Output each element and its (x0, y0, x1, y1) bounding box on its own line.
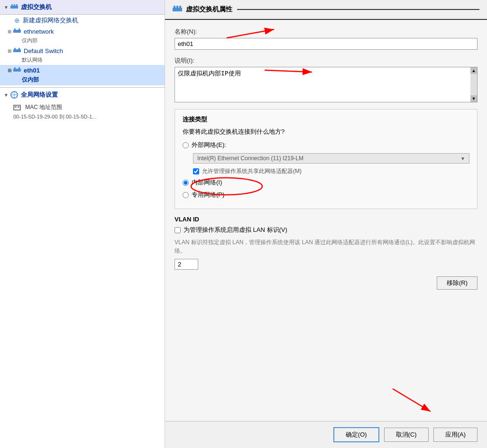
desc-field-group: 说明(I): ▲ ▼ (175, 56, 478, 102)
internal-network-option: 内部网络(I) (183, 178, 469, 187)
vlan-checkbox-row: 为管理操作系统启用虚拟 LAN 标识(V) (175, 226, 478, 234)
name-field-group: 名称(N): (175, 27, 478, 50)
svg-rect-11 (14, 67, 16, 69)
remove-button[interactable]: 移除(R) (437, 276, 478, 290)
vlan-title: VLAN ID (175, 216, 478, 223)
svg-rect-12 (18, 67, 20, 69)
svg-rect-18 (18, 106, 19, 108)
private-label[interactable]: 专用网络(P) (192, 191, 224, 199)
default-switch-sublabel: 默认网络 (0, 56, 165, 65)
external-network-option: 外部网络(E): (183, 141, 469, 149)
svg-rect-5 (14, 28, 16, 30)
share-checkbox-row: 允许管理操作系统共享此网络适配器(M) (193, 167, 469, 175)
scrollbar-up[interactable]: ▲ (470, 67, 477, 74)
mac-range-label: MAC 地址范围 (25, 104, 62, 110)
default-switch-expand: ⊞ (8, 48, 11, 54)
virtual-switch-label: 虚拟交换机 (21, 3, 52, 11)
share-label: 允许管理操作系统共享此网络适配器(M) (202, 167, 302, 175)
svg-rect-21 (176, 6, 178, 8)
svg-rect-1 (11, 4, 13, 6)
svg-rect-10 (13, 69, 21, 72)
external-label[interactable]: 外部网络(E): (192, 141, 226, 149)
svg-rect-7 (13, 49, 21, 52)
svg-rect-6 (18, 28, 20, 30)
left-panel: ▼ 虚拟交换机 ⊕ 新建虚拟网络交换机 ⊞ ethnetwork 仅内部 (0, 0, 165, 448)
plus-icon: ⊕ (14, 17, 20, 24)
default-switch-icon (13, 47, 21, 55)
external-adapter-value: Intel(R) Ethernet Connection (11) I219-L… (197, 155, 303, 162)
external-adapter-row: Intel(R) Ethernet Connection (11) I219-L… (193, 153, 469, 164)
internal-radio[interactable] (183, 180, 189, 186)
default-switch-label: Default Switch (24, 47, 63, 55)
switch-icon (10, 3, 18, 11)
new-switch-label: 新建虚拟网络交换机 (23, 16, 78, 25)
ok-button[interactable]: 确定(O) (333, 427, 379, 442)
bottom-bar: 确定(O) 取消(C) 应用(A) (165, 421, 487, 448)
new-switch-item[interactable]: ⊕ 新建虚拟网络交换机 (0, 15, 165, 26)
vlan-label: 为管理操作系统启用虚拟 LAN 标识(V) (184, 226, 287, 234)
global-settings-label: 全局网络设置 (21, 91, 58, 99)
connection-section: 连接类型 你要将此虚拟交换机连接到什么地方? 外部网络(E): Intel(R)… (175, 109, 478, 209)
vlan-description: VLAN 标识符指定虚拟 LAN，管理操作系统使用该 LAN 通过此网络适配器进… (175, 238, 478, 255)
svg-rect-22 (179, 6, 181, 8)
global-settings-header[interactable]: ▼ 全局网络设置 (0, 87, 165, 102)
vlan-checkbox[interactable] (175, 227, 181, 233)
vlan-number-input[interactable] (175, 259, 198, 270)
dropdown-arrow-icon: ▼ (460, 156, 465, 161)
vlan-section: VLAN ID 为管理操作系统启用虚拟 LAN 标识(V) VLAN 标识符指定… (175, 216, 478, 270)
mac-range-sublabel: 00-15-5D-19-29-00 到 00-15-5D-1... (0, 113, 165, 122)
scrollbar-down[interactable]: ▼ (470, 95, 477, 102)
mac-range-item[interactable]: MAC 地址范围 (0, 102, 165, 113)
svg-rect-4 (13, 30, 21, 33)
vlan-input-row (175, 259, 478, 270)
connection-question: 你要将此虚拟交换机连接到什么地方? (183, 128, 469, 136)
desc-textarea[interactable] (175, 67, 477, 101)
desc-scrollbar[interactable]: ▲ ▼ (470, 67, 477, 102)
connection-title: 连接类型 (183, 115, 469, 124)
eth01-label: eth01 (24, 67, 40, 74)
ethnetwork-label: ethnetwork (24, 28, 54, 35)
share-checkbox[interactable] (193, 168, 199, 174)
eth01-sublabel: 仅内部 (0, 75, 165, 85)
global-icon (10, 91, 18, 99)
external-adapter-dropdown[interactable]: Intel(R) Ethernet Connection (11) I219-L… (193, 153, 469, 164)
name-label: 名称(N): (175, 27, 478, 36)
ethnetwork-item[interactable]: ⊞ ethnetwork (0, 26, 165, 37)
svg-rect-19 (173, 8, 182, 11)
svg-rect-20 (174, 6, 175, 8)
virtual-switch-section-header[interactable]: ▼ 虚拟交换机 (0, 0, 165, 15)
svg-rect-17 (15, 106, 17, 108)
svg-rect-2 (14, 4, 15, 6)
internal-label[interactable]: 内部网络(I) (192, 178, 222, 187)
remove-btn-row: 移除(R) (175, 276, 478, 290)
apply-button[interactable]: 应用(A) (433, 428, 478, 442)
ethnetwork-sublabel: 仅内部 (0, 37, 165, 46)
desc-textarea-wrapper: ▲ ▼ (175, 67, 478, 102)
private-network-option: 专用网络(P) (183, 191, 469, 199)
right-panel: 虚拟交换机属性 名称(N): 说明(I): ▲ ▼ (165, 0, 487, 448)
header-switch-icon (173, 5, 182, 14)
external-radio[interactable] (183, 142, 189, 148)
svg-rect-3 (16, 4, 18, 6)
ethnetwork-expand: ⊞ (8, 29, 11, 34)
right-header: 虚拟交换机属性 (165, 0, 487, 20)
ethnetwork-icon (13, 27, 21, 35)
desc-label: 说明(I): (175, 56, 478, 65)
eth01-expand: ⊞ (8, 68, 11, 73)
eth01-item[interactable]: ⊞ eth01 (0, 65, 165, 75)
cancel-button[interactable]: 取消(C) (384, 428, 429, 442)
global-section: ▼ 全局网络设置 MAC 地址范围 00-15-5D-19-29-00 到 00… (0, 87, 165, 122)
default-switch-item[interactable]: ⊞ Default Switch (0, 46, 165, 56)
svg-rect-9 (18, 48, 20, 49)
global-expand: ▼ (4, 92, 9, 98)
eth01-icon (13, 66, 21, 74)
private-radio[interactable] (183, 192, 189, 198)
right-header-title: 虚拟交换机属性 (186, 5, 232, 14)
name-input[interactable] (175, 38, 478, 50)
eth01-wrapper: ⊞ eth01 仅内部 (0, 65, 165, 85)
svg-rect-8 (14, 48, 16, 49)
expand-arrow: ▼ (4, 5, 9, 10)
right-content: 名称(N): 说明(I): ▲ ▼ 连接类型 你要将此虚拟交换机连接到 (165, 20, 487, 421)
mac-icon (13, 104, 21, 111)
svg-rect-0 (10, 6, 18, 9)
